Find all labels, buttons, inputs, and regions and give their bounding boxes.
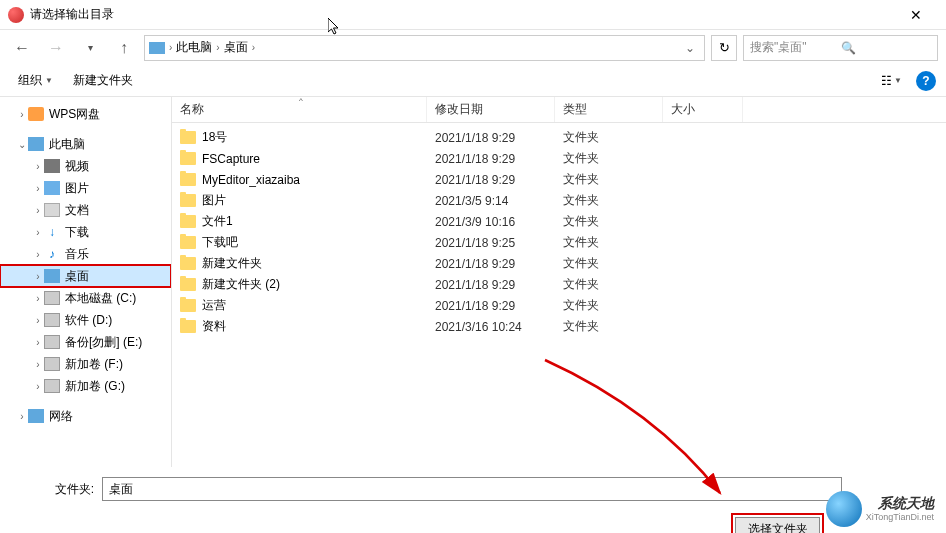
sidebar-item-downloads[interactable]: ›↓下载: [0, 221, 171, 243]
file-type: 文件夹: [555, 192, 663, 209]
expand-icon[interactable]: ›: [32, 249, 44, 260]
navigation-bar: ← → ▾ ↑ › 此电脑 › 桌面 › ⌄ ↻ 搜索"桌面" 🔍: [0, 30, 946, 65]
file-row[interactable]: 文件12021/3/9 10:16文件夹: [172, 211, 946, 232]
expand-icon[interactable]: ›: [32, 293, 44, 304]
file-row[interactable]: MyEditor_xiazaiba2021/1/18 9:29文件夹: [172, 169, 946, 190]
sidebar-item-music[interactable]: ›♪音乐: [0, 243, 171, 265]
file-date: 2021/1/18 9:25: [427, 236, 555, 250]
expand-icon[interactable]: ›: [32, 359, 44, 370]
folder-icon: [180, 257, 196, 270]
sidebar-item-drive-d[interactable]: ›软件 (D:): [0, 309, 171, 331]
watermark-title: 系统天地: [866, 495, 934, 512]
close-button[interactable]: ✕: [893, 0, 938, 30]
folder-name-input[interactable]: [102, 477, 842, 501]
sidebar-item-pictures[interactable]: ›图片: [0, 177, 171, 199]
search-input[interactable]: 搜索"桌面" 🔍: [743, 35, 938, 61]
file-date: 2021/3/9 10:16: [427, 215, 555, 229]
dialog-footer: 文件夹: 选择文件夹: [0, 467, 946, 533]
sidebar-item-network[interactable]: ›网络: [0, 405, 171, 427]
folder-name-label: 文件夹:: [16, 481, 102, 498]
column-size[interactable]: 大小: [663, 97, 743, 122]
help-button[interactable]: ?: [916, 71, 936, 91]
recent-dropdown[interactable]: ▾: [76, 34, 104, 62]
file-row[interactable]: FSCapture2021/1/18 9:29文件夹: [172, 148, 946, 169]
expand-icon[interactable]: ›: [32, 205, 44, 216]
sidebar-item-drive-g[interactable]: ›新加卷 (G:): [0, 375, 171, 397]
watermark: 系统天地 XiTongTianDi.net: [826, 491, 934, 527]
column-type[interactable]: 类型: [555, 97, 663, 122]
watermark-logo: [826, 491, 862, 527]
select-folder-button[interactable]: 选择文件夹: [735, 517, 820, 533]
address-bar[interactable]: › 此电脑 › 桌面 › ⌄: [144, 35, 705, 61]
folder-icon: [180, 320, 196, 333]
file-row[interactable]: 新建文件夹2021/1/18 9:29文件夹: [172, 253, 946, 274]
wps-icon: [28, 107, 44, 121]
caret-down-icon: ▼: [45, 76, 53, 85]
back-button[interactable]: ←: [8, 34, 36, 62]
forward-button[interactable]: →: [42, 34, 70, 62]
column-headers[interactable]: 名称^ 修改日期 类型 大小: [172, 97, 946, 123]
file-type: 文件夹: [555, 234, 663, 251]
file-type: 文件夹: [555, 171, 663, 188]
address-dropdown[interactable]: ⌄: [680, 41, 700, 55]
expand-icon[interactable]: ›: [32, 315, 44, 326]
expand-icon[interactable]: ›: [32, 337, 44, 348]
file-row[interactable]: 下载吧2021/1/18 9:25文件夹: [172, 232, 946, 253]
pc-icon: [28, 137, 44, 151]
drive-icon: [44, 379, 60, 393]
sidebar-item-desktop[interactable]: ›桌面: [0, 265, 171, 287]
sidebar-item-pc[interactable]: ⌄此电脑: [0, 133, 171, 155]
folder-icon: [180, 236, 196, 249]
breadcrumb-folder[interactable]: 桌面: [224, 39, 248, 56]
expand-icon[interactable]: ›: [32, 227, 44, 238]
sidebar-item-drive-c[interactable]: ›本地磁盘 (C:): [0, 287, 171, 309]
file-list[interactable]: 18号2021/1/18 9:29文件夹FSCapture2021/1/18 9…: [172, 123, 946, 467]
app-icon: [8, 7, 24, 23]
new-folder-button[interactable]: 新建文件夹: [65, 68, 141, 93]
sidebar-item-drive-f[interactable]: ›新加卷 (F:): [0, 353, 171, 375]
expand-icon[interactable]: ›: [16, 109, 28, 120]
sidebar-item-wps[interactable]: ›WPS网盘: [0, 103, 171, 125]
network-icon: [28, 409, 44, 423]
file-type: 文件夹: [555, 150, 663, 167]
sidebar-item-video[interactable]: ›视频: [0, 155, 171, 177]
file-name: 图片: [202, 192, 226, 209]
file-row[interactable]: 资料2021/3/16 10:24文件夹: [172, 316, 946, 337]
file-row[interactable]: 运营2021/1/18 9:29文件夹: [172, 295, 946, 316]
drive-icon: [44, 357, 60, 371]
chevron-right-icon: ›: [216, 42, 219, 53]
title-bar: 请选择输出目录 ✕: [0, 0, 946, 30]
downloads-icon: ↓: [44, 225, 60, 239]
music-icon: ♪: [44, 247, 60, 261]
organize-menu[interactable]: 组织 ▼: [10, 68, 61, 93]
expand-icon[interactable]: ›: [32, 183, 44, 194]
expand-icon[interactable]: ›: [16, 411, 28, 422]
sidebar-tree[interactable]: ›WPS网盘 ⌄此电脑 ›视频 ›图片 ›文档 ›↓下载 ›♪音乐 ›桌面 ›本…: [0, 97, 172, 467]
up-button[interactable]: ↑: [110, 34, 138, 62]
sidebar-item-drive-e[interactable]: ›备份[勿删] (E:): [0, 331, 171, 353]
file-row[interactable]: 新建文件夹 (2)2021/1/18 9:29文件夹: [172, 274, 946, 295]
file-date: 2021/1/18 9:29: [427, 278, 555, 292]
sidebar-item-documents[interactable]: ›文档: [0, 199, 171, 221]
file-row[interactable]: 图片2021/3/5 9:14文件夹: [172, 190, 946, 211]
expand-icon[interactable]: ›: [32, 381, 44, 392]
folder-icon: [180, 131, 196, 144]
folder-icon: [180, 194, 196, 207]
expand-icon[interactable]: ›: [32, 271, 44, 282]
file-date: 2021/1/18 9:29: [427, 173, 555, 187]
file-name: 文件1: [202, 213, 233, 230]
file-row[interactable]: 18号2021/1/18 9:29文件夹: [172, 127, 946, 148]
column-date[interactable]: 修改日期: [427, 97, 555, 122]
file-pane: 名称^ 修改日期 类型 大小 18号2021/1/18 9:29文件夹FSCap…: [172, 97, 946, 467]
folder-icon: [180, 152, 196, 165]
folder-icon: [180, 215, 196, 228]
view-options-button[interactable]: ☷ ▼: [875, 70, 908, 92]
folder-icon: [180, 278, 196, 291]
sort-asc-icon: ^: [299, 96, 303, 105]
collapse-icon[interactable]: ⌄: [16, 139, 28, 150]
column-name[interactable]: 名称^: [172, 97, 427, 122]
file-name: 资料: [202, 318, 226, 335]
breadcrumb-root[interactable]: 此电脑: [176, 39, 212, 56]
expand-icon[interactable]: ›: [32, 161, 44, 172]
refresh-button[interactable]: ↻: [711, 35, 737, 61]
